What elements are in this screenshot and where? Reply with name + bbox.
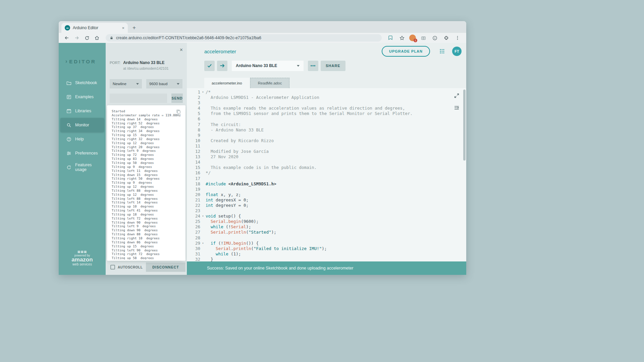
user-avatar[interactable]: FT	[452, 47, 462, 56]
sidebar-item-help[interactable]: Help	[60, 132, 104, 146]
console-line: Tilting up 58 degrees	[112, 256, 184, 259]
fold-spacer	[200, 154, 206, 160]
fold-spacer	[200, 246, 206, 251]
console-line: Tilting down 15 degrees	[112, 173, 184, 177]
board-selector[interactable]: Arduino Nano 33 BLE	[232, 61, 304, 71]
code-line: 28	[187, 235, 466, 241]
code-line: 1▾/*	[187, 89, 466, 95]
bookmark-sync-icon[interactable]	[386, 34, 394, 42]
code-text: int degreesY = 0;	[206, 203, 249, 208]
code-line: 19	[187, 187, 466, 192]
line-number: 29	[187, 241, 200, 246]
apps-grid-icon[interactable]	[439, 49, 445, 54]
sidebar-item-libraries[interactable]: Libraries	[60, 104, 104, 118]
monitor-close-icon[interactable]: ×	[180, 48, 183, 52]
console-line: Tilting left 90 degrees	[112, 248, 184, 252]
code-line: 18#include <Arduino_LSM9DS1.h>	[187, 181, 466, 187]
code-line: 3	[187, 100, 466, 106]
copy-icon[interactable]	[176, 109, 181, 115]
fold-spacer	[200, 165, 206, 170]
code-line: 14	[187, 160, 466, 165]
screenshot-icon[interactable]	[419, 34, 427, 42]
fold-arrow-icon[interactable]: ▾	[200, 89, 206, 95]
sidebar-item-preferences[interactable]: Preferences	[60, 146, 104, 160]
console-line: Tilting right 52 degrees	[112, 121, 184, 125]
refresh-icon[interactable]	[83, 34, 91, 42]
console-line: Accelerometer sample rate = 119.00Hz	[112, 113, 184, 117]
logo-caret-icon: ›	[65, 58, 67, 64]
chevron-down-icon	[136, 83, 139, 85]
autoscroll-checkbox[interactable]	[110, 265, 115, 269]
fullscreen-icon[interactable]	[454, 93, 460, 100]
disconnect-button[interactable]: DISCONNECT	[146, 262, 185, 272]
sidebar: › EDITOR SketchbookExamplesLibrariesMoni…	[59, 43, 106, 275]
line-number: 22	[187, 203, 200, 208]
browser-tab[interactable]: ∞ Arduino Editor ×	[61, 23, 128, 33]
baud-rate-select[interactable]: 9600 baud	[146, 79, 182, 88]
code-text: while (!Serial);	[206, 224, 251, 230]
sidebar-item-monitor[interactable]: Monitor	[60, 118, 104, 132]
code-line: 20float x, y, z;	[187, 192, 466, 197]
forward-icon[interactable]	[73, 34, 81, 42]
code-editor[interactable]: 1▾/*2 Arduino LSM9DS1 - Accelerometer Ap…	[187, 88, 466, 261]
lock-icon	[110, 36, 113, 40]
fold-spacer	[200, 181, 206, 187]
code-text: Serial.println("Failed to initialize IMU…	[206, 246, 327, 251]
file-tab-readme.adoc[interactable]: ReadMe.adoc	[250, 78, 290, 88]
code-text: void setup() {	[206, 214, 241, 219]
sidebar-item-label: Features usage	[75, 163, 104, 172]
code-line: 30 Serial.println("Failed to initialize …	[187, 246, 466, 251]
line-number: 24	[187, 214, 200, 219]
sidebar-item-examples[interactable]: Examples	[60, 90, 104, 104]
line-number: 28	[187, 235, 200, 241]
console-panel[interactable]: StartedAccelerometer sample rate = 119.0…	[108, 107, 184, 259]
file-tab-accelerometer.ino[interactable]: accelerometer.ino	[204, 78, 250, 88]
code-lines: 1▾/*2 Arduino LSM9DS1 - Accelerometer Ap…	[187, 89, 466, 261]
code-line: 5 from the LSM9DS1 sensor and prints the…	[187, 111, 466, 116]
fold-spacer	[200, 138, 206, 143]
back-icon[interactable]	[63, 34, 71, 42]
share-button[interactable]: SHARE	[321, 61, 345, 71]
send-button[interactable]: SEND	[171, 94, 183, 103]
url-bar[interactable]: create.arduino.cc/editor/FT-CONTENT/cebb…	[106, 34, 382, 42]
upgrade-plan-button[interactable]: UPGRADE PLAN	[382, 46, 430, 57]
console-line: Tilting up 10 degrees	[112, 204, 184, 208]
line-ending-select[interactable]: Newline	[110, 79, 142, 88]
file-tabs: accelerometer.inoReadMe.adoc	[187, 78, 466, 88]
puzzle-extensions-icon[interactable]	[442, 34, 450, 42]
sidebar-item-sketchbook[interactable]: Sketchbook	[60, 76, 104, 90]
line-number: 13	[187, 154, 200, 160]
folder-icon	[66, 80, 71, 85]
profile-avatar[interactable]: 1	[409, 35, 416, 41]
home-icon[interactable]	[93, 34, 101, 42]
sidebar-item-label: Preferences	[75, 151, 98, 156]
fold-arrow-icon[interactable]: ▾	[200, 241, 206, 246]
browser-menu-icon[interactable]	[453, 34, 462, 42]
web-services-text: web services	[59, 262, 106, 266]
serial-message-input[interactable]	[110, 94, 167, 103]
tab-close-icon[interactable]: ×	[122, 25, 124, 31]
verify-button[interactable]	[204, 61, 215, 71]
upload-button[interactable]	[217, 61, 227, 71]
code-text: }	[206, 257, 213, 261]
code-text: float x, y, z;	[206, 192, 241, 197]
arduino-favicon-icon: ∞	[65, 25, 70, 31]
sidebar-item-features-usage[interactable]: Features usage	[60, 160, 104, 174]
editor-scrollbar[interactable]	[463, 89, 466, 161]
more-options-button[interactable]: •••	[308, 61, 318, 71]
line-number: 1	[187, 89, 200, 95]
aws-grid-icon: ▦▦▦	[59, 250, 106, 253]
fold-arrow-icon[interactable]: ▾	[200, 214, 206, 219]
port-path: at /dev/cu.usbmodem142101	[123, 66, 168, 70]
new-tab-button[interactable]: +	[130, 23, 139, 32]
star-icon[interactable]	[398, 34, 406, 42]
info-icon[interactable]	[431, 34, 439, 42]
line-number: 14	[187, 160, 200, 165]
console-line: Tilting left 14 degrees	[112, 200, 184, 204]
console-line: Tilting up 83 degrees	[112, 157, 184, 161]
sidebar-item-label: Help	[75, 137, 84, 141]
code-text: The circuit:	[206, 122, 241, 127]
fold-spacer	[200, 187, 206, 192]
outline-icon[interactable]	[454, 105, 460, 112]
console-line: Tilting up 12 degrees	[112, 193, 184, 197]
